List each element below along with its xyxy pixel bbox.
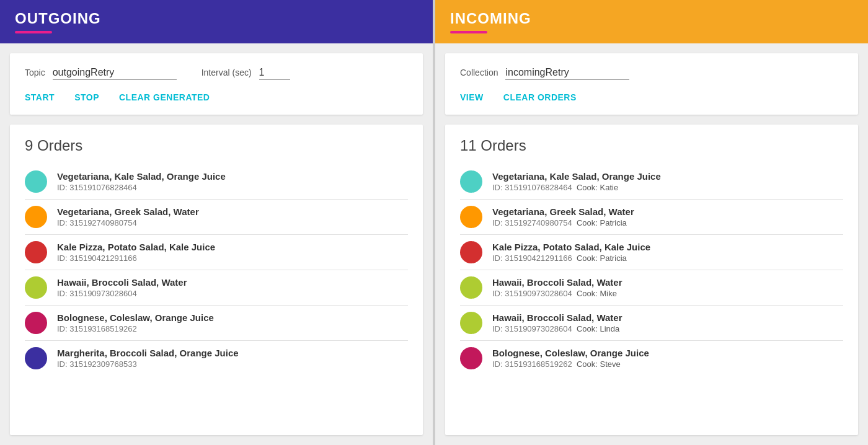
collection-input[interactable] (505, 66, 629, 80)
order-dot (460, 276, 482, 299)
order-id: ID: 315191076828464 (57, 183, 408, 192)
order-info: Hawaii, Broccoli Salad, Water ID: 315190… (492, 277, 843, 298)
order-name: Hawaii, Broccoli Salad, Water (492, 277, 843, 288)
view-button[interactable]: VIEW (460, 92, 484, 102)
incoming-title: INCOMING (450, 10, 853, 27)
order-info: Bolognese, Coleslaw, Orange Juice ID: 31… (57, 312, 408, 333)
order-info: Vegetariana, Kale Salad, Orange Juice ID… (57, 171, 408, 192)
outgoing-btn-row: START STOP CLEAR GENERATED (25, 92, 408, 102)
topic-label: Topic (25, 68, 45, 77)
incoming-header: INCOMING (435, 0, 868, 43)
order-cook: Cook: Linda (577, 324, 619, 333)
order-cook: Cook: Patricia (577, 218, 627, 227)
outgoing-control-card: Topic Interval (sec) START STOP CLEAR GE… (10, 53, 423, 115)
table-row: Bolognese, Coleslaw, Orange Juice ID: 31… (25, 306, 408, 341)
order-name: Vegetariana, Kale Salad, Orange Juice (492, 171, 843, 182)
interval-input[interactable] (259, 66, 290, 80)
incoming-orders-count: 11 Orders (460, 137, 843, 154)
order-info: Kale Pizza, Potato Salad, Kale Juice ID:… (57, 242, 408, 263)
incoming-panel: INCOMING Collection VIEW CLEAR ORDERS 11… (435, 0, 868, 445)
order-dot (460, 206, 482, 228)
table-row: Hawaii, Broccoli Salad, Water ID: 315190… (460, 270, 843, 306)
collection-label: Collection (460, 68, 498, 77)
order-info: Hawaii, Broccoli Salad, Water ID: 315190… (492, 312, 843, 333)
order-info: Vegetariana, Kale Salad, Orange Juice ID… (492, 171, 843, 192)
outgoing-orders-list: Vegetariana, Kale Salad, Orange Juice ID… (25, 164, 408, 376)
order-name: Kale Pizza, Potato Salad, Kale Juice (57, 242, 408, 252)
table-row: Bolognese, Coleslaw, Orange Juice ID: 31… (460, 341, 843, 376)
start-button[interactable]: START (25, 92, 55, 102)
clear-generated-button[interactable]: CLEAR GENERATED (119, 92, 210, 102)
order-id: ID: 315190973028604 (57, 289, 408, 298)
table-row: Vegetariana, Kale Salad, Orange Juice ID… (460, 164, 843, 200)
incoming-fields-row: Collection (460, 66, 843, 80)
clear-orders-button[interactable]: CLEAR ORDERS (503, 92, 577, 102)
order-id: ID: 315190421291166 Cook: Patricia (492, 253, 843, 263)
incoming-btn-row: VIEW CLEAR ORDERS (460, 92, 843, 102)
order-name: Hawaii, Broccoli Salad, Water (492, 312, 843, 323)
order-info: Bolognese, Coleslaw, Orange Juice ID: 31… (492, 348, 843, 369)
table-row: Hawaii, Broccoli Salad, Water ID: 315190… (460, 306, 843, 341)
order-id: ID: 315193168519262 Cook: Steve (492, 359, 843, 369)
order-id: ID: 315192740980754 Cook: Patricia (492, 218, 843, 227)
order-dot (460, 241, 482, 263)
order-dot (25, 170, 47, 193)
order-dot (25, 347, 47, 369)
order-name: Vegetariana, Kale Salad, Orange Juice (57, 171, 408, 182)
outgoing-orders-count: 9 Orders (25, 137, 408, 154)
topic-field-group: Topic (25, 66, 177, 80)
table-row: Vegetariana, Greek Salad, Water ID: 3151… (460, 200, 843, 235)
order-id: ID: 315192309768533 (57, 359, 408, 369)
order-info: Vegetariana, Greek Salad, Water ID: 3151… (492, 206, 843, 227)
incoming-orders-list: Vegetariana, Kale Salad, Orange Juice ID… (460, 164, 843, 376)
order-cook: Cook: Patricia (577, 253, 627, 263)
order-cook: Cook: Katie (577, 183, 618, 192)
order-id: ID: 315190973028604 Cook: Linda (492, 324, 843, 333)
table-row: Vegetariana, Kale Salad, Orange Juice ID… (25, 164, 408, 200)
outgoing-panel: OUTGOING Topic Interval (sec) START STOP… (0, 0, 433, 445)
order-name: Vegetariana, Greek Salad, Water (492, 206, 843, 217)
order-cook: Cook: Steve (577, 359, 621, 369)
order-info: Kale Pizza, Potato Salad, Kale Juice ID:… (492, 242, 843, 263)
order-dot (460, 312, 482, 334)
topic-input[interactable] (53, 66, 177, 80)
order-info: Margherita, Broccoli Salad, Orange Juice… (57, 348, 408, 369)
order-dot (25, 241, 47, 263)
order-id: ID: 315192740980754 (57, 218, 408, 227)
table-row: Vegetariana, Greek Salad, Water ID: 3151… (25, 200, 408, 235)
order-name: Bolognese, Coleslaw, Orange Juice (492, 348, 843, 358)
order-id: ID: 315190973028604 Cook: Mike (492, 289, 843, 298)
outgoing-underline (15, 31, 52, 33)
incoming-underline (450, 31, 487, 33)
outgoing-header: OUTGOING (0, 0, 433, 43)
order-id: ID: 315191076828464 Cook: Katie (492, 183, 843, 192)
stop-button[interactable]: STOP (74, 92, 99, 102)
collection-field-group: Collection (460, 66, 629, 80)
table-row: Margherita, Broccoli Salad, Orange Juice… (25, 341, 408, 376)
order-name: Margherita, Broccoli Salad, Orange Juice (57, 348, 408, 358)
outgoing-orders-card: 9 Orders Vegetariana, Kale Salad, Orange… (10, 125, 423, 435)
order-name: Hawaii, Broccoli Salad, Water (57, 277, 408, 288)
table-row: Kale Pizza, Potato Salad, Kale Juice ID:… (460, 235, 843, 270)
order-dot (25, 276, 47, 299)
order-dot (25, 206, 47, 228)
table-row: Kale Pizza, Potato Salad, Kale Juice ID:… (25, 235, 408, 270)
order-cook: Cook: Mike (577, 289, 617, 298)
order-name: Bolognese, Coleslaw, Orange Juice (57, 312, 408, 323)
order-dot (460, 347, 482, 369)
order-id: ID: 315190421291166 (57, 253, 408, 263)
order-dot (25, 312, 47, 334)
order-info: Hawaii, Broccoli Salad, Water ID: 315190… (57, 277, 408, 298)
order-info: Vegetariana, Greek Salad, Water ID: 3151… (57, 206, 408, 227)
interval-field-group: Interval (sec) (202, 66, 290, 80)
order-id: ID: 315193168519262 (57, 324, 408, 333)
order-dot (460, 170, 482, 193)
outgoing-title: OUTGOING (15, 10, 418, 27)
incoming-orders-card: 11 Orders Vegetariana, Kale Salad, Orang… (445, 125, 858, 435)
incoming-control-card: Collection VIEW CLEAR ORDERS (445, 53, 858, 115)
order-name: Vegetariana, Greek Salad, Water (57, 206, 408, 217)
outgoing-fields-row: Topic Interval (sec) (25, 66, 408, 80)
interval-label: Interval (sec) (202, 68, 252, 77)
order-name: Kale Pizza, Potato Salad, Kale Juice (492, 242, 843, 252)
table-row: Hawaii, Broccoli Salad, Water ID: 315190… (25, 270, 408, 306)
